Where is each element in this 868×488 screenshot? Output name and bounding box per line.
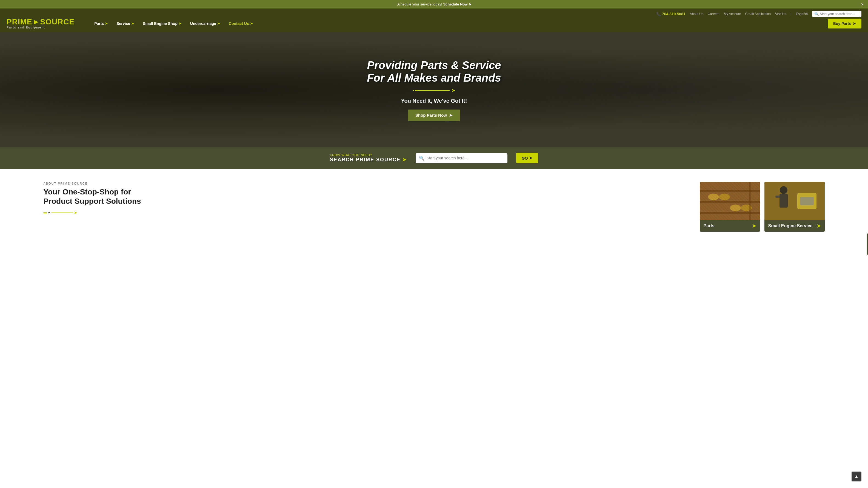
about-title: Your One-Stop-Shop for Product Support S… xyxy=(43,187,686,206)
nav-small-engine[interactable]: Small Engine Shop ➤ xyxy=(138,19,186,28)
nav-small-engine-arrow: ➤ xyxy=(179,22,181,26)
svg-rect-2 xyxy=(700,201,760,203)
card-parts-image xyxy=(700,182,760,220)
svg-point-4 xyxy=(708,194,719,200)
card-service-footer: Small Engine Service ➤ xyxy=(765,220,825,232)
search-label-main: SEARCH PRIME SOURCE ➤ xyxy=(330,157,407,163)
svg-point-7 xyxy=(741,204,752,211)
divider-line xyxy=(417,90,450,91)
logo[interactable]: PRIME►SOURCE Parts and Equipment xyxy=(7,18,74,29)
logo-text: PRIME►SOURCE Parts and Equipment xyxy=(7,18,74,29)
banner-cta[interactable]: Schedule Now ➤ xyxy=(443,2,471,6)
nav-undercarriage-arrow: ➤ xyxy=(217,22,220,26)
search-section: KNOW WHAT YOU NEED? SEARCH PRIME SOURCE … xyxy=(0,147,868,169)
phone-icon: 📞 xyxy=(656,12,661,16)
card-parts-label: Parts xyxy=(704,224,715,228)
nav-parts-arrow: ➤ xyxy=(105,22,108,26)
svg-rect-1 xyxy=(700,190,760,192)
card-service-arrow[interactable]: ➤ xyxy=(817,223,821,229)
about-text: ABOUT PRIME SOURCE Your One-Stop-Shop fo… xyxy=(43,182,686,215)
adiv-d1 xyxy=(43,212,47,213)
search-icon: 🔍 xyxy=(419,156,425,161)
svg-point-13 xyxy=(780,186,787,194)
search-label-top: KNOW WHAT YOU NEED? xyxy=(330,153,407,157)
svg-rect-15 xyxy=(775,196,780,198)
nav-link-careers[interactable]: Careers xyxy=(708,12,719,16)
svg-rect-3 xyxy=(700,212,760,214)
main-nav: Parts ➤ Service ➤ Small Engine Shop ➤ Un… xyxy=(90,19,816,28)
hero-section: Providing Parts & Service For All Makes … xyxy=(0,32,868,147)
nav-service[interactable]: Service ➤ xyxy=(112,19,138,28)
search-label: KNOW WHAT YOU NEED? SEARCH PRIME SOURCE … xyxy=(330,153,407,163)
logo-name: PRIME►SOURCE xyxy=(7,18,74,26)
search-label-arrow: ➤ xyxy=(402,157,407,163)
search-icon-small: 🔍 xyxy=(814,12,819,16)
close-icon[interactable]: × xyxy=(861,2,864,7)
divider-arrow: ➤ xyxy=(451,87,455,93)
header: 📞 704.610.5081 About Us Careers My Accou… xyxy=(0,8,868,32)
nav-link-about[interactable]: About Us xyxy=(690,12,703,16)
hero-divider: ➤ xyxy=(367,87,501,93)
nav-link-credit[interactable]: Credit Application xyxy=(745,12,771,16)
go-button[interactable]: GO ➤ xyxy=(516,153,538,163)
banner-text: Schedule your service today! xyxy=(397,2,442,6)
hero-title: Providing Parts & Service For All Makes … xyxy=(367,59,501,84)
nav-contact-arrow: ➤ xyxy=(250,22,253,26)
header-search-input[interactable] xyxy=(820,12,858,16)
go-arrow-icon: ➤ xyxy=(529,156,533,160)
shop-parts-button[interactable]: Shop Parts Now ➤ xyxy=(408,109,460,121)
svg-rect-8 xyxy=(749,182,751,220)
nav-link-myaccount[interactable]: My Account xyxy=(724,12,741,16)
cards-wrap: Parts ➤ Small Engine Ser xyxy=(700,182,825,232)
dot1 xyxy=(413,90,414,91)
nav-link-espanol[interactable]: Español xyxy=(796,12,808,16)
hero-content: Providing Parts & Service For All Makes … xyxy=(367,59,501,121)
about-divider: ➤ xyxy=(43,210,686,215)
adiv-d2 xyxy=(48,212,50,213)
nav-parts[interactable]: Parts ➤ xyxy=(90,19,112,28)
header-main: PRIME►SOURCE Parts and Equipment Parts ➤… xyxy=(0,18,868,32)
nav-link-visitus[interactable]: Visit Us xyxy=(775,12,786,16)
card-parts[interactable]: Parts ➤ xyxy=(700,182,760,232)
nav-service-arrow: ➤ xyxy=(131,22,134,26)
adiv-line xyxy=(51,213,73,213)
hero-subtitle: You Need It, We've Got It! xyxy=(367,98,501,104)
lang-divider: | xyxy=(791,12,792,16)
card-service[interactable]: Small Engine Service ➤ xyxy=(765,182,825,232)
phone-number[interactable]: 📞 704.610.5081 xyxy=(656,12,685,16)
search-bar: 🔍 xyxy=(416,153,507,163)
header-search-bar: 🔍 xyxy=(812,11,861,17)
svg-rect-12 xyxy=(800,197,814,205)
buy-parts-arrow: ➤ xyxy=(852,21,856,26)
divider-dots xyxy=(413,90,417,91)
top-banner: Schedule your service today! Schedule No… xyxy=(0,0,868,8)
adiv-arrow: ➤ xyxy=(74,210,77,215)
about-label: ABOUT PRIME SOURCE xyxy=(43,182,686,185)
search-input[interactable] xyxy=(427,156,504,160)
logo-sub: Parts and Equipment xyxy=(7,26,74,29)
search-inner: KNOW WHAT YOU NEED? SEARCH PRIME SOURCE … xyxy=(330,153,538,163)
svg-point-6 xyxy=(730,204,741,211)
card-service-image xyxy=(765,182,825,220)
card-parts-arrow[interactable]: ➤ xyxy=(752,223,756,229)
card-service-label: Small Engine Service xyxy=(768,224,813,228)
nav-undercarriage[interactable]: Undercarriage ➤ xyxy=(186,19,224,28)
card-parts-footer: Parts ➤ xyxy=(700,220,760,232)
about-section: ABOUT PRIME SOURCE Your One-Stop-Shop fo… xyxy=(0,169,868,232)
nav-contact[interactable]: Contact Us ➤ xyxy=(224,19,257,28)
header-top: 📞 704.610.5081 About Us Careers My Accou… xyxy=(0,8,868,18)
shop-arrow-icon: ➤ xyxy=(449,113,453,118)
svg-rect-0 xyxy=(700,182,760,220)
svg-rect-14 xyxy=(779,194,788,207)
buy-parts-button[interactable]: Buy Parts ➤ xyxy=(828,19,861,29)
dot2 xyxy=(415,90,417,91)
logo-arrow: ► xyxy=(32,18,40,26)
svg-point-5 xyxy=(719,194,730,200)
